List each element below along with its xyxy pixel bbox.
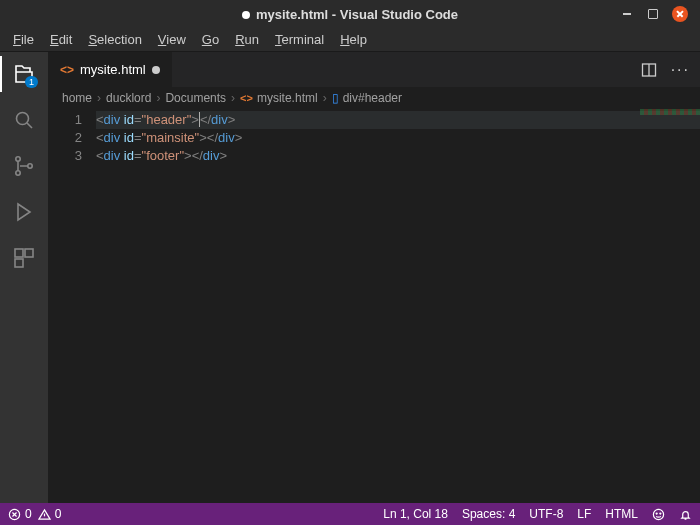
source-control-icon[interactable] xyxy=(12,154,36,178)
status-cursor-position[interactable]: Ln 1, Col 18 xyxy=(383,507,448,521)
status-encoding[interactable]: UTF-8 xyxy=(529,507,563,521)
svg-point-2 xyxy=(16,171,20,175)
window-titlebar: mysite.html - Visual Studio Code xyxy=(0,0,700,28)
symbol-field-icon: ▯ xyxy=(332,91,339,105)
errors-count: 0 xyxy=(25,507,32,521)
svg-point-9 xyxy=(653,509,663,519)
breadcrumb-item[interactable]: mysite.html xyxy=(257,91,318,105)
activity-bar: 1 xyxy=(0,52,48,503)
html-file-icon: <> xyxy=(240,92,253,104)
workbench: 1 <> mysite.html xyxy=(0,52,700,503)
status-eol[interactable]: LF xyxy=(577,507,591,521)
line-number: 1 xyxy=(48,111,82,129)
more-actions-icon[interactable]: ··· xyxy=(671,61,690,79)
tab-mysite[interactable]: <> mysite.html xyxy=(48,52,173,87)
line-number: 2 xyxy=(48,129,82,147)
minimap[interactable] xyxy=(640,109,700,503)
editor-lines[interactable]: <div id="header"></div> <div id="mainsit… xyxy=(96,109,700,503)
svg-rect-4 xyxy=(15,249,23,257)
window-minimize-button[interactable] xyxy=(620,7,634,21)
notifications-icon[interactable] xyxy=(679,508,692,521)
tab-label: mysite.html xyxy=(80,62,146,77)
window-maximize-button[interactable] xyxy=(648,9,658,19)
text-cursor xyxy=(199,112,200,127)
breadcrumb[interactable]: home› ducklord› Documents› <>mysite.html… xyxy=(48,87,700,109)
dirty-indicator-icon xyxy=(242,11,250,19)
breadcrumb-item[interactable]: home xyxy=(62,91,92,105)
svg-point-3 xyxy=(28,164,32,168)
svg-point-10 xyxy=(656,513,657,514)
explorer-icon[interactable]: 1 xyxy=(12,62,36,86)
menu-view[interactable]: View xyxy=(151,30,193,49)
window-title: mysite.html - Visual Studio Code xyxy=(0,7,700,22)
menu-bar: File Edit Selection View Go Run Terminal… xyxy=(0,28,700,52)
chevron-right-icon: › xyxy=(97,91,101,105)
tab-dirty-icon xyxy=(152,66,160,74)
minimap-overview xyxy=(640,109,700,115)
svg-rect-5 xyxy=(25,249,33,257)
code-editor[interactable]: 1 2 3 <div id="header"></div> <div id="m… xyxy=(48,109,700,503)
status-language[interactable]: HTML xyxy=(605,507,638,521)
html-file-icon: <> xyxy=(60,63,74,77)
status-bar: 0 0 Ln 1, Col 18 Spaces: 4 UTF-8 LF HTML xyxy=(0,503,700,525)
breadcrumb-item[interactable]: ducklord xyxy=(106,91,151,105)
svg-point-1 xyxy=(16,157,20,161)
chevron-right-icon: › xyxy=(323,91,327,105)
extensions-icon[interactable] xyxy=(12,246,36,270)
editor-area: <> mysite.html ··· home› ducklord› Docum… xyxy=(48,52,700,503)
breadcrumb-item[interactable]: div#header xyxy=(343,91,402,105)
line-number-gutter: 1 2 3 xyxy=(48,109,96,503)
status-warnings[interactable]: 0 xyxy=(38,507,62,521)
menu-file[interactable]: File xyxy=(6,30,41,49)
run-debug-icon[interactable] xyxy=(12,200,36,224)
chevron-right-icon: › xyxy=(231,91,235,105)
search-icon[interactable] xyxy=(12,108,36,132)
code-line[interactable]: <div id="footer"></div> xyxy=(96,147,700,165)
code-line[interactable]: <div id="mainsite"></div> xyxy=(96,129,700,147)
menu-go[interactable]: Go xyxy=(195,30,226,49)
menu-terminal[interactable]: Terminal xyxy=(268,30,331,49)
split-editor-icon[interactable] xyxy=(641,62,657,78)
line-number: 3 xyxy=(48,147,82,165)
explorer-badge: 1 xyxy=(25,76,38,88)
window-close-button[interactable] xyxy=(672,6,688,22)
chevron-right-icon: › xyxy=(156,91,160,105)
code-line[interactable]: <div id="header"></div> xyxy=(96,111,700,129)
feedback-icon[interactable] xyxy=(652,508,665,521)
window-title-text: mysite.html - Visual Studio Code xyxy=(256,7,458,22)
menu-run[interactable]: Run xyxy=(228,30,266,49)
status-errors[interactable]: 0 xyxy=(8,507,32,521)
svg-point-11 xyxy=(660,513,661,514)
svg-point-0 xyxy=(17,113,29,125)
menu-edit[interactable]: Edit xyxy=(43,30,79,49)
status-indentation[interactable]: Spaces: 4 xyxy=(462,507,515,521)
breadcrumb-item[interactable]: Documents xyxy=(165,91,226,105)
menu-selection[interactable]: Selection xyxy=(81,30,148,49)
tab-bar: <> mysite.html ··· xyxy=(48,52,700,87)
menu-help[interactable]: Help xyxy=(333,30,374,49)
warnings-count: 0 xyxy=(55,507,62,521)
svg-rect-6 xyxy=(15,259,23,267)
